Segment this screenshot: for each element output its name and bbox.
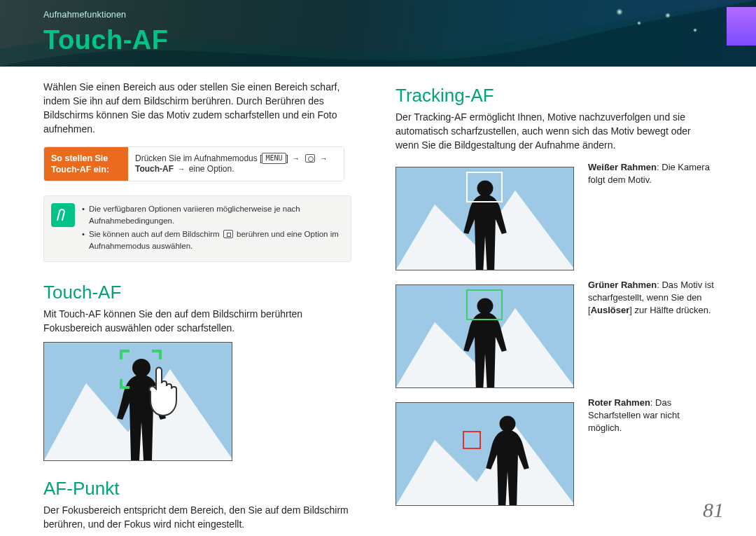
sparkle-icon [637,21,641,25]
instruction-text: Drücken Sie im Aufnahmemodus [ [135,153,262,163]
af-punkt-paragraph: Der Fokusbereich entspricht dem Bereich,… [43,504,362,532]
tracking-row-red: Roter Rahmen: Das Scharfstellen war nich… [396,395,714,506]
menu-chip-icon: MENU [262,153,286,164]
section-heading-tracking-af: Tracking-AF [396,85,714,106]
touch-af-paragraph: Mit Touch-AF können Sie den auf dem Bild… [43,308,362,336]
note-item: Die verfügbaren Optionen variieren mögli… [82,203,341,226]
instruction-body: Drücken Sie im Aufnahmemodus [MENU] → → … [128,147,344,181]
tracking-af-paragraph: Der Tracking-AF ermöglicht Ihnen, Motive… [396,111,714,153]
svg-point-11 [500,415,516,432]
note-item: Sie können auch auf dem Bildschirm berüh… [82,228,341,252]
breadcrumb: Aufnahmefunktionen [43,10,126,20]
intro-paragraph: Wählen Sie einen Bereich aus oder stelle… [43,81,362,137]
section-heading-touch-af: Touch-AF [43,282,362,303]
arrow-icon: → [177,165,185,173]
page-title: Touch-AF [43,25,168,55]
person-silhouette-icon [479,413,536,505]
note-box: Die verfügbaren Optionen variieren mögli… [43,195,351,262]
section-heading-af-punkt: AF-Punkt [43,478,362,500]
tracking-illustration-red [396,402,574,506]
instruction-text: eine Option. [186,164,234,174]
instruction-label: So stellen Sie Touch-AF ein: [44,147,128,181]
camera-chip-icon [305,154,315,163]
focus-box-white [466,172,503,202]
tracking-desc-green: Grüner Rahmen: Das Motiv ist scharfgeste… [588,277,714,317]
focus-box-red [463,431,481,449]
tracking-row-green: Grüner Rahmen: Das Motiv ist scharfgeste… [396,277,714,388]
left-column: Wählen Sie einen Bereich aus oder stelle… [43,81,362,532]
instruction-row: So stellen Sie Touch-AF ein: Drücken Sie… [43,146,344,182]
tracking-desc-red: Roter Rahmen: Das Scharfstellen war nich… [588,395,714,435]
right-column: Tracking-AF Der Tracking-AF ermöglicht I… [396,81,714,506]
sparkle-icon [616,8,623,15]
page-number: 81 [703,498,724,522]
sparkle-icon [693,28,697,32]
screen-touch-icon [223,230,233,238]
touch-af-illustration [43,342,232,461]
instruction-strong: Touch-AF [135,164,174,174]
side-tab [727,7,756,46]
sparkle-icon [665,13,671,18]
note-list: Die verfügbaren Optionen variieren mögli… [82,203,341,254]
tracking-desc-white: Weißer Rahmen: Die Kamera folgt dem Moti… [588,160,714,186]
tracking-row-white: Weißer Rahmen: Die Kamera folgt dem Moti… [396,160,714,270]
tracking-illustration-white [396,167,574,270]
tracking-illustration-green [396,284,574,388]
note-icon [51,203,75,227]
focus-box-green [466,289,503,320]
arrow-icon: → [292,154,300,163]
arrow-icon: → [320,154,328,163]
instruction-text: ] [286,153,291,163]
hand-pointer-icon [142,364,184,420]
